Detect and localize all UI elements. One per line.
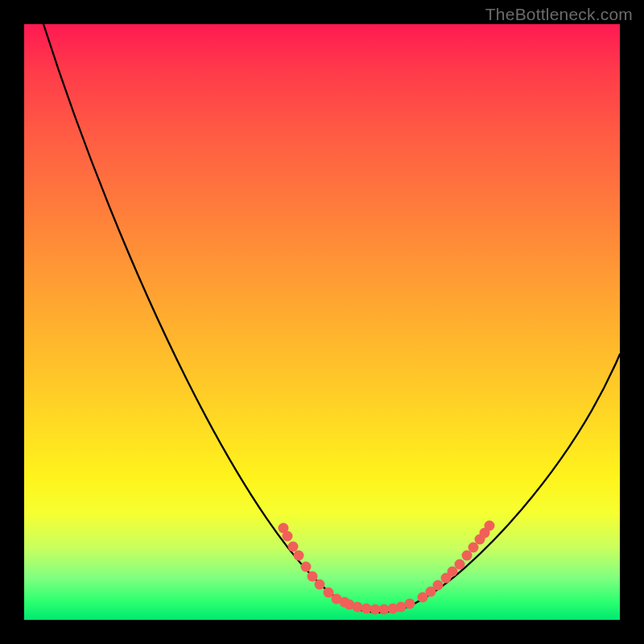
curve-marker: [405, 599, 415, 609]
curve-marker: [379, 605, 390, 615]
curve-marker: [301, 562, 312, 572]
plot-area: [24, 24, 620, 620]
curve-marker: [455, 559, 465, 570]
chart-frame: TheBottleneck.com: [0, 0, 644, 644]
watermark-label: TheBottleneck.com: [485, 5, 633, 24]
curve-marker: [308, 572, 318, 582]
curve-marker: [485, 521, 495, 531]
curve-marker: [283, 531, 293, 542]
bottleneck-curve: [43, 24, 620, 613]
curve-marker: [294, 551, 304, 561]
curve-marker: [361, 604, 372, 614]
curve-marker: [433, 580, 444, 591]
marker-group: [279, 521, 495, 615]
curve-marker: [353, 602, 363, 613]
curve-marker: [315, 580, 325, 590]
curve-marker: [288, 542, 299, 552]
chart-svg: [24, 24, 620, 620]
